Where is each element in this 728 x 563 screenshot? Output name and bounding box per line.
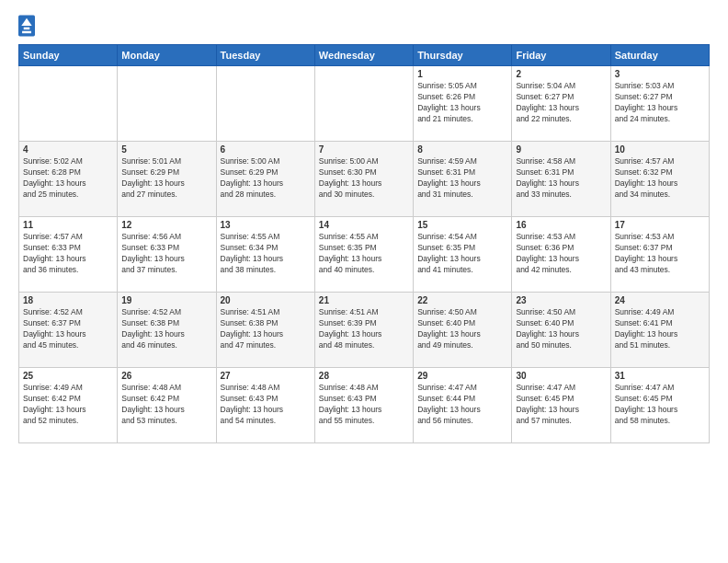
day-info: Sunrise: 4:59 AM Sunset: 6:31 PM Dayligh…: [417, 156, 507, 201]
day-info: Sunrise: 4:49 AM Sunset: 6:41 PM Dayligh…: [615, 307, 705, 351]
day-number: 26: [121, 371, 211, 381]
day-info: Sunrise: 4:55 AM Sunset: 6:34 PM Dayligh…: [221, 232, 311, 276]
svg-rect-2: [24, 28, 30, 29]
day-info: Sunrise: 4:50 AM Sunset: 6:40 PM Dayligh…: [516, 307, 606, 351]
day-info: Sunrise: 4:52 AM Sunset: 6:38 PM Dayligh…: [121, 307, 211, 351]
day-info: Sunrise: 5:03 AM Sunset: 6:27 PM Dayligh…: [615, 81, 705, 125]
day-number: 7: [319, 144, 409, 155]
day-cell: 24Sunrise: 4:49 AM Sunset: 6:41 PM Dayli…: [610, 293, 709, 368]
day-number: 14: [319, 220, 409, 230]
calendar-table: SundayMondayTuesdayWednesdayThursdayFrid…: [18, 44, 710, 443]
week-row-4: 18Sunrise: 4:52 AM Sunset: 6:37 PM Dayli…: [19, 293, 710, 368]
header: [18, 15, 710, 37]
day-cell: [19, 66, 118, 142]
day-cell: 13Sunrise: 4:55 AM Sunset: 6:34 PM Dayli…: [216, 217, 314, 293]
day-cell: 19Sunrise: 4:52 AM Sunset: 6:38 PM Dayli…: [118, 293, 216, 368]
day-info: Sunrise: 4:58 AM Sunset: 6:31 PM Dayligh…: [516, 156, 606, 201]
day-cell: 26Sunrise: 4:48 AM Sunset: 6:42 PM Dayli…: [118, 368, 216, 443]
day-cell: 4Sunrise: 5:02 AM Sunset: 6:28 PM Daylig…: [19, 142, 118, 217]
day-cell: 3Sunrise: 5:03 AM Sunset: 6:27 PM Daylig…: [610, 66, 709, 142]
day-info: Sunrise: 4:57 AM Sunset: 6:32 PM Dayligh…: [615, 156, 705, 201]
day-cell: 2Sunrise: 5:04 AM Sunset: 6:27 PM Daylig…: [512, 66, 610, 142]
day-number: 24: [615, 295, 705, 305]
day-number: 11: [23, 220, 113, 230]
day-cell: 17Sunrise: 4:53 AM Sunset: 6:37 PM Dayli…: [610, 217, 709, 293]
day-cell: 8Sunrise: 4:59 AM Sunset: 6:31 PM Daylig…: [414, 142, 512, 217]
day-info: Sunrise: 4:55 AM Sunset: 6:35 PM Dayligh…: [319, 232, 409, 276]
header-row: SundayMondayTuesdayWednesdayThursdayFrid…: [19, 45, 710, 66]
day-number: 22: [417, 295, 507, 305]
day-cell: 5Sunrise: 5:01 AM Sunset: 6:29 PM Daylig…: [118, 142, 216, 217]
day-cell: 18Sunrise: 4:52 AM Sunset: 6:37 PM Dayli…: [19, 293, 118, 368]
col-header-thursday: Thursday: [414, 45, 512, 66]
col-header-saturday: Saturday: [610, 45, 709, 66]
day-cell: [216, 66, 314, 142]
day-cell: 31Sunrise: 4:47 AM Sunset: 6:45 PM Dayli…: [610, 368, 709, 443]
day-number: 20: [221, 295, 311, 305]
day-cell: 27Sunrise: 4:48 AM Sunset: 6:43 PM Dayli…: [216, 368, 314, 443]
day-cell: 30Sunrise: 4:47 AM Sunset: 6:45 PM Dayli…: [512, 368, 610, 443]
day-cell: 7Sunrise: 5:00 AM Sunset: 6:30 PM Daylig…: [314, 142, 413, 217]
day-number: 17: [615, 220, 705, 230]
svg-rect-3: [22, 31, 31, 33]
day-number: 31: [615, 371, 705, 381]
day-info: Sunrise: 4:49 AM Sunset: 6:42 PM Dayligh…: [23, 383, 113, 427]
day-info: Sunrise: 4:47 AM Sunset: 6:45 PM Dayligh…: [615, 383, 705, 427]
day-number: 2: [516, 69, 606, 79]
day-info: Sunrise: 4:53 AM Sunset: 6:36 PM Dayligh…: [516, 232, 606, 276]
day-info: Sunrise: 4:53 AM Sunset: 6:37 PM Dayligh…: [615, 232, 705, 276]
day-info: Sunrise: 4:48 AM Sunset: 6:42 PM Dayligh…: [121, 383, 211, 427]
col-header-friday: Friday: [512, 45, 610, 66]
day-cell: [118, 66, 216, 142]
day-number: 5: [121, 144, 211, 155]
day-number: 30: [516, 371, 606, 381]
day-number: 10: [615, 144, 705, 155]
day-number: 12: [121, 220, 211, 230]
week-row-3: 11Sunrise: 4:57 AM Sunset: 6:33 PM Dayli…: [19, 217, 710, 293]
day-cell: 10Sunrise: 4:57 AM Sunset: 6:32 PM Dayli…: [610, 142, 709, 217]
day-info: Sunrise: 4:51 AM Sunset: 6:38 PM Dayligh…: [221, 307, 311, 351]
day-info: Sunrise: 5:01 AM Sunset: 6:29 PM Dayligh…: [121, 156, 211, 201]
day-number: 3: [615, 69, 705, 79]
col-header-monday: Monday: [118, 45, 216, 66]
day-info: Sunrise: 4:57 AM Sunset: 6:33 PM Dayligh…: [23, 232, 113, 276]
day-cell: 21Sunrise: 4:51 AM Sunset: 6:39 PM Dayli…: [314, 293, 413, 368]
day-info: Sunrise: 5:02 AM Sunset: 6:28 PM Dayligh…: [23, 156, 113, 201]
day-cell: 14Sunrise: 4:55 AM Sunset: 6:35 PM Dayli…: [314, 217, 413, 293]
day-info: Sunrise: 5:00 AM Sunset: 6:29 PM Dayligh…: [221, 156, 311, 201]
day-cell: 28Sunrise: 4:48 AM Sunset: 6:43 PM Dayli…: [314, 368, 413, 443]
day-cell: 15Sunrise: 4:54 AM Sunset: 6:35 PM Dayli…: [414, 217, 512, 293]
week-row-5: 25Sunrise: 4:49 AM Sunset: 6:42 PM Dayli…: [19, 368, 710, 443]
day-cell: 11Sunrise: 4:57 AM Sunset: 6:33 PM Dayli…: [19, 217, 118, 293]
day-number: 16: [516, 220, 606, 230]
day-number: 15: [417, 220, 507, 230]
day-number: 25: [23, 371, 113, 381]
day-number: 19: [121, 295, 211, 305]
day-info: Sunrise: 5:05 AM Sunset: 6:26 PM Dayligh…: [417, 81, 507, 125]
day-cell: 6Sunrise: 5:00 AM Sunset: 6:29 PM Daylig…: [216, 142, 314, 217]
day-info: Sunrise: 4:50 AM Sunset: 6:40 PM Dayligh…: [417, 307, 507, 351]
day-info: Sunrise: 4:47 AM Sunset: 6:45 PM Dayligh…: [516, 383, 606, 427]
day-number: 27: [221, 371, 311, 381]
day-cell: 22Sunrise: 4:50 AM Sunset: 6:40 PM Dayli…: [414, 293, 512, 368]
day-info: Sunrise: 5:00 AM Sunset: 6:30 PM Dayligh…: [319, 156, 409, 201]
day-cell: 23Sunrise: 4:50 AM Sunset: 6:40 PM Dayli…: [512, 293, 610, 368]
day-cell: 25Sunrise: 4:49 AM Sunset: 6:42 PM Dayli…: [19, 368, 118, 443]
day-number: 6: [221, 144, 311, 155]
day-info: Sunrise: 4:48 AM Sunset: 6:43 PM Dayligh…: [319, 383, 409, 427]
day-number: 18: [23, 295, 113, 305]
week-row-2: 4Sunrise: 5:02 AM Sunset: 6:28 PM Daylig…: [19, 142, 710, 217]
day-cell: 9Sunrise: 4:58 AM Sunset: 6:31 PM Daylig…: [512, 142, 610, 217]
day-info: Sunrise: 4:47 AM Sunset: 6:44 PM Dayligh…: [417, 383, 507, 427]
day-cell: 12Sunrise: 4:56 AM Sunset: 6:33 PM Dayli…: [118, 217, 216, 293]
day-number: 8: [417, 144, 507, 155]
day-number: 21: [319, 295, 409, 305]
day-number: 9: [516, 144, 606, 155]
logo: [18, 15, 39, 37]
day-number: 23: [516, 295, 606, 305]
day-info: Sunrise: 4:54 AM Sunset: 6:35 PM Dayligh…: [417, 232, 507, 276]
day-number: 28: [319, 371, 409, 381]
day-info: Sunrise: 4:56 AM Sunset: 6:33 PM Dayligh…: [121, 232, 211, 276]
day-info: Sunrise: 4:48 AM Sunset: 6:43 PM Dayligh…: [221, 383, 311, 427]
day-cell: 20Sunrise: 4:51 AM Sunset: 6:38 PM Dayli…: [216, 293, 314, 368]
